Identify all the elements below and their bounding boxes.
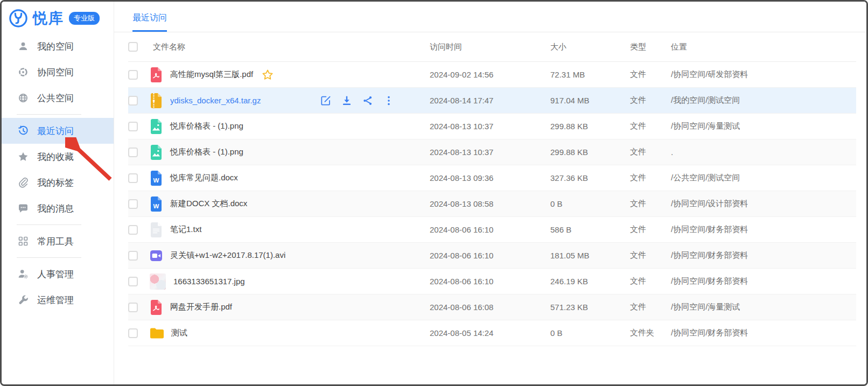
file-type: 文件	[626, 224, 667, 235]
image-file-icon	[150, 119, 163, 134]
sidebar-item-label: 运维管理	[37, 294, 74, 306]
row-checkbox[interactable]	[128, 199, 138, 209]
file-size: 299.88 KB	[546, 148, 626, 157]
user-icon	[18, 41, 29, 52]
download-icon[interactable]	[341, 95, 352, 106]
access-time: 2024-08-06 16:10	[425, 251, 546, 260]
file-location: /公共空间/测试空间	[667, 173, 856, 183]
file-name[interactable]: 悦库常见问题.docx	[170, 173, 238, 183]
sidebar-item-tags[interactable]: 我的标签	[2, 170, 114, 195]
file-name[interactable]: 悦库价格表 - (1).png	[170, 147, 243, 157]
access-time: 2024-08-13 09:36	[425, 173, 546, 183]
row-checkbox[interactable]	[128, 277, 138, 286]
sidebar-item-collab-space[interactable]: 协同空间	[2, 59, 114, 85]
header-location: 位置	[667, 42, 856, 52]
file-name[interactable]: 悦库价格表 - (1).png	[170, 121, 243, 131]
more-icon[interactable]	[383, 95, 394, 106]
row-checkbox[interactable]	[128, 251, 138, 261]
file-size: 0 B	[546, 199, 626, 208]
svg-text:W: W	[153, 177, 159, 183]
header-file-name: 文件名称	[153, 42, 185, 52]
sidebar-item-label: 常用工具	[37, 235, 74, 248]
word-file-icon: W	[150, 171, 163, 186]
file-name[interactable]: 测试	[171, 328, 187, 338]
wrench-icon	[18, 294, 29, 305]
globe-icon	[18, 93, 29, 103]
access-time: 2024-09-02 14:56	[425, 70, 546, 79]
grid-icon	[18, 236, 29, 247]
table-row: 测试2024-08-05 14:240 B文件夹/协同空间/财务部资料	[128, 320, 856, 346]
table-row: 1663133651317.jpg2024-08-06 16:10246.19 …	[128, 269, 856, 294]
txt-file-icon	[150, 222, 163, 237]
access-time: 2024-08-05 14:24	[425, 328, 546, 338]
file-name[interactable]: 高性能mysql第三版.pdf	[170, 69, 253, 80]
sidebar-item-public-space[interactable]: 公共空间	[2, 85, 114, 111]
access-time: 2024-08-13 08:58	[425, 199, 546, 208]
row-checkbox[interactable]	[128, 303, 138, 312]
file-location: /协同空间/财务部资料	[667, 276, 856, 286]
sidebar-item-messages[interactable]: 我的消息	[2, 195, 114, 221]
file-name[interactable]: 1663133651317.jpg	[173, 277, 245, 286]
table-row: 网盘开发手册.pdf2024-08-06 16:08571.23 KB文件/协同…	[128, 294, 856, 320]
sidebar-item-my-space[interactable]: 我的空间	[2, 33, 114, 59]
file-type: 文件	[626, 199, 667, 209]
share-icon[interactable]	[362, 95, 373, 106]
access-time: 2024-08-14 17:47	[425, 96, 546, 105]
brand-name: 悦库	[33, 9, 64, 28]
file-location: /协同空间/研发部资料	[667, 69, 856, 80]
table-row: W悦库常见问题.docx2024-08-13 09:36327.36 KB文件/…	[128, 165, 856, 191]
file-size: 72.31 MB	[546, 70, 626, 79]
select-all-checkbox[interactable]	[128, 42, 138, 52]
file-type: 文件	[626, 69, 667, 80]
header-type: 类型	[626, 42, 667, 52]
sidebar-item-tools[interactable]: 常用工具	[2, 228, 114, 254]
sidebar-item-favorites[interactable]: 我的收藏	[2, 144, 114, 170]
file-size: 917.04 MB	[546, 96, 626, 105]
file-size: 299.88 KB	[546, 122, 626, 131]
sidebar-item-label: 我的消息	[37, 202, 74, 215]
sidebar-item-hr-admin[interactable]: 人事管理	[2, 261, 114, 287]
zip-file-icon	[150, 93, 163, 108]
table-row: 高性能mysql第三版.pdf2024-09-02 14:5672.31 MB文…	[128, 62, 856, 88]
user-gear-icon	[18, 269, 29, 279]
favorite-star-icon[interactable]	[262, 69, 274, 81]
row-checkbox[interactable]	[128, 96, 138, 106]
message-icon	[18, 203, 29, 214]
access-time: 2024-08-06 16:08	[425, 303, 546, 312]
app-window: 悦库 专业版 我的空间协同空间公共空间最近访问我的收藏我的标签我的消息常用工具人…	[0, 0, 868, 386]
row-checkbox[interactable]	[128, 70, 138, 80]
file-name[interactable]: 网盘开发手册.pdf	[170, 302, 232, 312]
file-name[interactable]: 灵关镇+w1-w2+2017.8.17(1).avi	[170, 250, 285, 261]
file-size: 586 B	[546, 225, 626, 234]
file-size: 571.23 KB	[546, 303, 626, 312]
file-name[interactable]: 新建DOCX 文档.docx	[170, 199, 247, 209]
table-header-row: 文件名称 访问时间 大小 类型 位置	[128, 32, 856, 62]
file-table: 文件名称 访问时间 大小 类型 位置 高性能mysql第三版.pdf2024-0…	[128, 32, 856, 346]
table-row: 笔记1.txt2024-08-06 16:10586 B文件/协同空间/财务部资…	[128, 217, 856, 243]
access-time: 2024-08-06 16:10	[425, 277, 546, 286]
row-checkbox[interactable]	[128, 122, 138, 131]
file-location: .	[667, 148, 856, 157]
row-checkbox[interactable]	[128, 173, 138, 183]
sidebar-item-recent[interactable]: 最近访问	[2, 118, 114, 144]
file-name[interactable]: 笔记1.txt	[170, 224, 201, 235]
file-location: /协同空间/设计部资料	[667, 199, 856, 209]
row-checkbox[interactable]	[128, 225, 138, 235]
access-time: 2024-08-13 10:37	[425, 122, 546, 131]
sidebar-nav: 我的空间协同空间公共空间最近访问我的收藏我的标签我的消息常用工具人事管理运维管理	[2, 33, 114, 313]
table-row: ydisks_docker_x64.tar.gz2024-08-14 17:47…	[128, 88, 856, 114]
file-type: 文件	[626, 173, 667, 183]
sidebar-item-ops-admin[interactable]: 运维管理	[2, 287, 114, 313]
sidebar-item-label: 我的标签	[37, 177, 74, 189]
file-name[interactable]: ydisks_docker_x64.tar.gz	[170, 96, 261, 105]
file-location: /协同空间/海量测试	[667, 121, 856, 131]
video-file-icon	[150, 248, 163, 263]
row-checkbox[interactable]	[128, 328, 138, 338]
row-checkbox[interactable]	[128, 148, 138, 157]
edit-icon[interactable]	[320, 95, 331, 106]
tab-recent[interactable]: 最近访问	[132, 12, 167, 32]
file-size: 0 B	[546, 328, 626, 338]
sidebar-item-label: 最近访问	[37, 125, 74, 137]
file-type: 文件夹	[626, 328, 667, 338]
file-location: /协同空间/海量测试	[667, 302, 856, 312]
